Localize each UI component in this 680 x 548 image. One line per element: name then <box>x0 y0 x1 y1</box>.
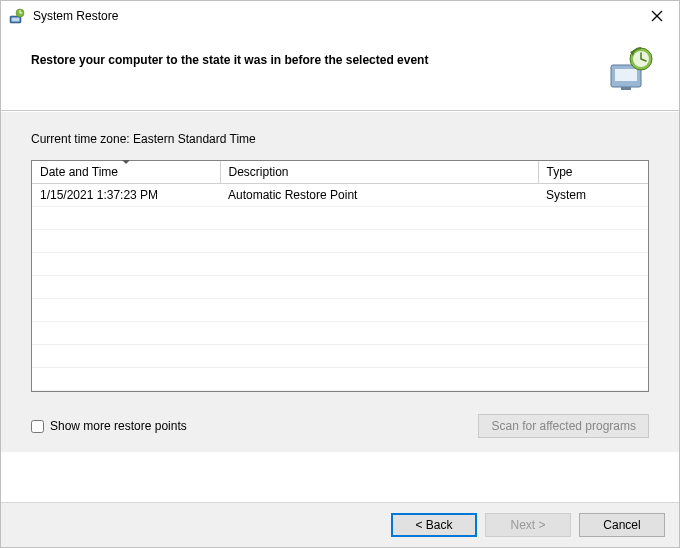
svg-rect-7 <box>621 87 631 90</box>
table-row-empty <box>32 276 648 299</box>
restore-large-icon <box>607 45 655 93</box>
wizard-body: Current time zone: Eastern Standard Time… <box>1 111 679 452</box>
table-row-empty <box>32 253 648 276</box>
next-button: Next > <box>485 513 571 537</box>
cell-datetime: 1/15/2021 1:37:23 PM <box>32 184 220 207</box>
timezone-label: Current time zone: Eastern Standard Time <box>31 132 649 146</box>
close-icon <box>651 10 663 22</box>
scan-affected-button: Scan for affected programs <box>478 414 649 438</box>
show-more-label[interactable]: Show more restore points <box>50 419 187 433</box>
table-row-empty <box>32 207 648 230</box>
show-more-checkbox[interactable] <box>31 420 44 433</box>
cell-type: System <box>538 184 648 207</box>
table-row[interactable]: 1/15/2021 1:37:23 PM Automatic Restore P… <box>32 184 648 207</box>
column-header-datetime[interactable]: Date and Time <box>32 161 220 184</box>
window-title: System Restore <box>33 9 118 23</box>
table-row-empty <box>32 322 648 345</box>
wizard-header: Restore your computer to the state it wa… <box>1 31 679 111</box>
table-row-empty <box>32 345 648 368</box>
wizard-footer: < Back Next > Cancel <box>1 502 679 547</box>
close-button[interactable] <box>634 1 679 31</box>
table-row-empty <box>32 368 648 391</box>
table-row-empty <box>32 230 648 253</box>
system-restore-icon <box>9 8 25 24</box>
restore-points-list[interactable]: Date and Time Description Type 1/15/2021… <box>31 160 649 392</box>
svg-rect-1 <box>12 18 20 22</box>
cancel-button[interactable]: Cancel <box>579 513 665 537</box>
column-header-description[interactable]: Description <box>220 161 538 184</box>
back-button[interactable]: < Back <box>391 513 477 537</box>
column-header-datetime-label: Date and Time <box>40 165 118 179</box>
table-row-empty <box>32 299 648 322</box>
titlebar: System Restore <box>1 1 679 31</box>
svg-rect-6 <box>615 69 637 81</box>
column-header-type[interactable]: Type <box>538 161 648 184</box>
cell-description: Automatic Restore Point <box>220 184 538 207</box>
sort-descending-icon <box>122 160 130 164</box>
wizard-heading: Restore your computer to the state it wa… <box>31 45 607 67</box>
